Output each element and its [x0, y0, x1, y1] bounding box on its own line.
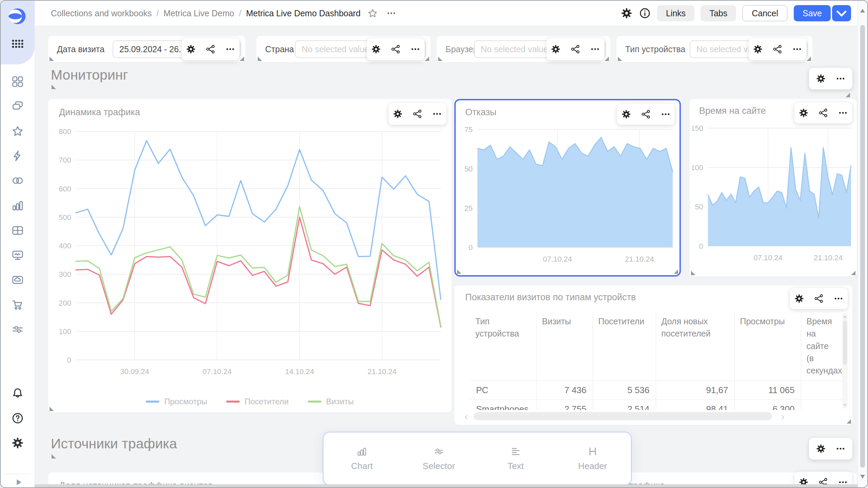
sidebar-item-marketplace[interactable]	[11, 298, 24, 311]
resize-handle[interactable]	[425, 57, 429, 61]
cancel-button[interactable]: Cancel	[742, 5, 788, 21]
resize-handle[interactable]	[846, 93, 850, 97]
scroll-up-icon[interactable]	[843, 315, 847, 318]
table-header-cell[interactable]: Посетители	[593, 311, 656, 381]
resize-handle[interactable]	[674, 269, 678, 274]
breadcrumb-workbook[interactable]: Metrica Live Demo	[163, 8, 234, 18]
all-services-icon[interactable]	[11, 37, 24, 50]
datalens-logo[interactable]	[8, 7, 27, 26]
scroll-left-icon[interactable]: ‹	[465, 411, 468, 422]
horizontal-scrollbar[interactable]	[35, 484, 858, 487]
sidebar-item-dashboards[interactable]	[11, 75, 24, 88]
resize-handle[interactable]	[807, 57, 811, 61]
more-icon[interactable]	[792, 44, 802, 54]
resize-handle[interactable]	[618, 57, 622, 61]
scrollbar-thumb[interactable]	[860, 25, 865, 468]
table-vertical-scrollbar[interactable]	[842, 313, 848, 409]
breadcrumb-collections[interactable]: Collections and workbooks	[51, 8, 152, 18]
share-icon[interactable]	[818, 108, 828, 118]
gear-icon[interactable]	[794, 293, 804, 304]
save-dropdown-button[interactable]	[832, 5, 851, 21]
legend-item[interactable]: Визиты	[308, 397, 354, 406]
legend-item[interactable]: Просмотры	[146, 397, 207, 406]
scroll-down-icon[interactable]	[843, 404, 847, 407]
dashboard-settings-gear-icon[interactable]	[620, 7, 633, 19]
chart-card-traffic-dynamics[interactable]: Динамика трафика 01002003004005006007008…	[48, 99, 452, 412]
gear-icon[interactable]	[816, 74, 826, 84]
sidebar-item-datasets[interactable]	[11, 224, 24, 237]
gear-icon[interactable]	[816, 444, 826, 454]
tabs-button[interactable]: Tabs	[701, 5, 736, 21]
resize-handle[interactable]	[605, 57, 609, 61]
table-header-cell[interactable]: Визиты	[536, 311, 593, 381]
add-selector-button[interactable]: Selector	[400, 446, 477, 471]
settings-gear-icon[interactable]	[11, 436, 24, 449]
resize-handle[interactable]	[52, 85, 56, 89]
table-horizontal-scrollbar[interactable]	[474, 412, 772, 420]
resize-handle[interactable]	[50, 57, 54, 61]
resize-handle[interactable]	[847, 419, 851, 424]
gear-icon[interactable]	[798, 108, 809, 118]
gear-icon[interactable]	[186, 44, 196, 54]
sidebar-item-collections[interactable]	[11, 100, 24, 113]
sidebar-item-favorites[interactable]	[11, 125, 24, 138]
resize-handle[interactable]	[691, 271, 695, 275]
table-header-cell[interactable]: Тип устройства	[470, 311, 536, 381]
sidebar-item-settings-services[interactable]	[11, 323, 24, 336]
sidebar-item-charts[interactable]	[11, 199, 24, 212]
table-header-cell[interactable]: Доля новых посетителей	[656, 311, 734, 381]
more-icon[interactable]	[835, 444, 846, 454]
share-icon[interactable]	[814, 293, 824, 304]
favorite-star-icon[interactable]	[367, 8, 378, 19]
more-icon[interactable]	[432, 109, 442, 119]
scroll-up-icon[interactable]	[860, 9, 865, 13]
sidebar-item-monitoring[interactable]	[11, 249, 24, 262]
share-icon[interactable]	[391, 44, 401, 54]
scroll-right-icon[interactable]: ›	[781, 411, 785, 422]
add-header-button[interactable]: Header	[554, 446, 631, 471]
table-header-cell[interactable]: Просмотры	[734, 311, 801, 381]
more-icon[interactable]	[838, 108, 848, 118]
links-button[interactable]: Links	[657, 5, 694, 21]
sidebar-item-connections[interactable]	[11, 174, 24, 187]
gear-icon[interactable]	[393, 109, 403, 119]
share-icon[interactable]	[412, 109, 422, 119]
chart-card-bounces-selected[interactable]: Отказы 025507507.10.2421.10.24	[454, 99, 681, 277]
save-button[interactable]: Save	[794, 5, 831, 21]
gear-icon[interactable]	[621, 109, 631, 119]
add-text-button[interactable]: Text	[477, 446, 554, 471]
resize-handle[interactable]	[50, 407, 54, 411]
table-card-device-visits[interactable]: Показатели визитов по типам устройств Ти…	[454, 285, 852, 425]
gear-icon[interactable]	[551, 44, 561, 54]
more-icon[interactable]	[835, 74, 846, 84]
sidebar-item-storage[interactable]	[11, 273, 24, 286]
legend-item[interactable]: Посетители	[226, 397, 289, 406]
chart-card-time-on-site[interactable]: Время на сайте 05010015007.10.2421.10.24	[690, 99, 857, 277]
more-icon[interactable]	[833, 293, 844, 304]
resize-handle[interactable]	[258, 57, 262, 61]
scroll-down-icon[interactable]	[860, 475, 865, 479]
gear-icon[interactable]	[371, 44, 381, 54]
sidebar-item-actions[interactable]	[11, 149, 24, 162]
share-icon[interactable]	[772, 44, 783, 54]
more-icon[interactable]	[410, 44, 420, 54]
sidebar-expand-icon[interactable]	[14, 477, 24, 487]
resize-handle[interactable]	[851, 271, 855, 275]
info-icon[interactable]	[639, 7, 651, 19]
breadcrumb-more-icon[interactable]	[386, 8, 396, 18]
resize-handle[interactable]	[240, 57, 244, 61]
gear-icon[interactable]	[753, 44, 763, 54]
notifications-bell-icon[interactable]	[11, 387, 24, 400]
resize-handle[interactable]	[52, 454, 56, 459]
more-icon[interactable]	[225, 44, 235, 54]
add-chart-button[interactable]: Chart	[323, 446, 400, 471]
share-icon[interactable]	[205, 44, 216, 54]
share-icon[interactable]	[570, 44, 580, 54]
share-icon[interactable]	[641, 109, 651, 119]
more-icon[interactable]	[660, 109, 671, 119]
resize-handle[interactable]	[457, 269, 461, 274]
table-header-cell[interactable]: Время на сайте (в секундах)	[801, 311, 843, 381]
help-icon[interactable]	[11, 412, 24, 425]
more-icon[interactable]	[590, 44, 600, 54]
resize-handle[interactable]	[438, 57, 442, 61]
